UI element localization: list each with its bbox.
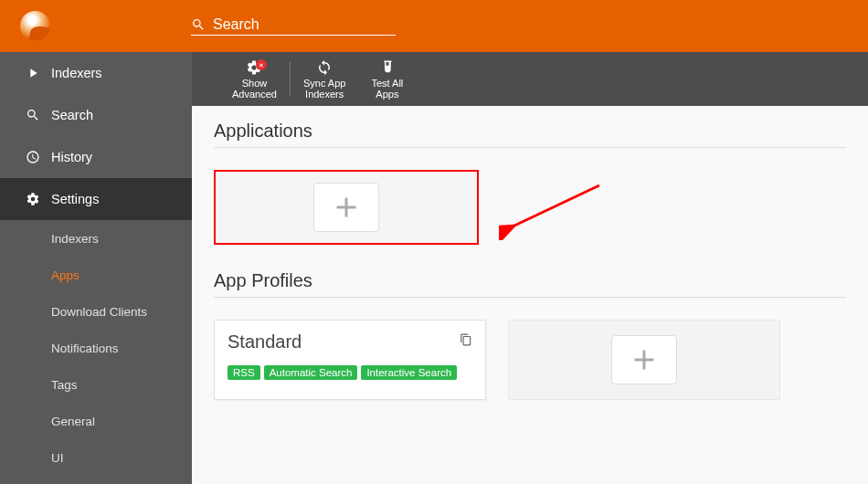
section-divider — [214, 147, 846, 148]
add-app-profile-card[interactable] — [508, 320, 780, 400]
top-bar — [0, 0, 868, 52]
subnav-download-clients[interactable]: Download Clients — [0, 293, 192, 330]
subnav-label: Indexers — [51, 232, 99, 246]
badge-automatic-search: Automatic Search — [264, 365, 358, 380]
show-advanced-button[interactable]: Show Advanced — [219, 52, 290, 106]
sidebar: Indexers Search History Settings Indexer… — [0, 52, 192, 484]
subnav-label: UI — [51, 451, 64, 465]
tool-label-line2: Advanced — [232, 89, 277, 100]
add-application-card[interactable] — [214, 170, 479, 245]
sync-icon — [316, 59, 333, 76]
clock-icon — [26, 150, 40, 164]
gears-icon — [26, 192, 40, 206]
page-toolbar: Show Advanced Sync App Indexers Test All… — [192, 52, 868, 106]
badge-rss: RSS — [228, 365, 260, 380]
tool-label-line1: Test All — [371, 78, 403, 89]
search-field[interactable] — [191, 16, 396, 36]
disabled-badge-icon — [256, 59, 267, 70]
tool-label-line1: Sync App — [303, 78, 345, 89]
badge-interactive-search: Interactive Search — [361, 365, 457, 380]
nav-label: History — [51, 150, 92, 164]
app-logo — [20, 11, 50, 41]
search-input[interactable] — [213, 16, 377, 33]
add-application-button[interactable] — [313, 183, 379, 232]
section-divider — [214, 297, 846, 298]
profile-badges: RSS Automatic Search Interactive Search — [228, 365, 472, 380]
sync-app-indexers-button[interactable]: Sync App Indexers — [291, 52, 358, 106]
nav-label: Indexers — [51, 66, 102, 80]
nav-history[interactable]: History — [0, 136, 192, 178]
subnav-ui[interactable]: UI — [0, 439, 192, 476]
subnav-indexers[interactable]: Indexers — [0, 220, 192, 257]
subnav-label: General — [51, 415, 95, 428]
profile-name: Standard — [228, 331, 472, 352]
nav-indexers[interactable]: Indexers — [0, 52, 192, 94]
subnav-label: Apps — [51, 268, 79, 282]
subnav-label: Download Clients — [51, 305, 147, 319]
nav-settings[interactable]: Settings — [0, 178, 192, 220]
test-tube-icon — [379, 59, 396, 76]
nav-label: Settings — [51, 192, 99, 206]
app-profile-card[interactable]: Standard RSS Automatic Search Interactiv… — [214, 320, 486, 400]
test-all-apps-button[interactable]: Test All Apps — [358, 52, 416, 106]
subnav-label: Tags — [51, 378, 78, 392]
tool-label-line2: Apps — [376, 89, 398, 100]
subnav-tags[interactable]: Tags — [0, 366, 192, 403]
subnav-general[interactable]: General — [0, 403, 192, 439]
subnav-apps[interactable]: Apps — [0, 257, 192, 293]
add-app-profile-button[interactable] — [611, 335, 677, 384]
applications-heading: Applications — [214, 121, 846, 142]
tool-label-line1: Show — [242, 78, 268, 89]
plus-icon — [330, 191, 363, 224]
nav-search[interactable]: Search — [0, 94, 192, 136]
subnav-label: Notifications — [51, 342, 119, 355]
play-icon — [26, 66, 40, 80]
tool-label-line2: Indexers — [305, 89, 344, 100]
search-icon — [26, 108, 40, 122]
subnav-notifications[interactable]: Notifications — [0, 330, 192, 366]
nav-label: Search — [51, 108, 93, 122]
plus-icon — [628, 343, 661, 376]
search-icon — [191, 17, 206, 32]
app-profiles-heading: App Profiles — [214, 270, 846, 291]
clone-profile-button[interactable] — [460, 333, 472, 350]
copy-icon — [460, 333, 472, 346]
